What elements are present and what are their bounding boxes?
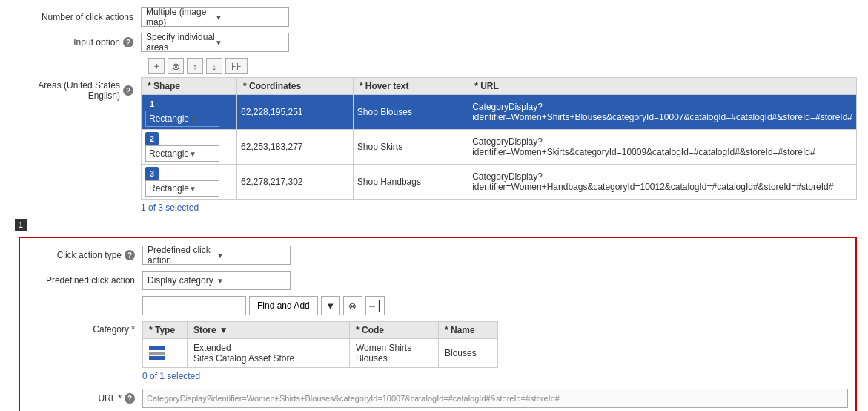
col-hover-text: * Hover text [353, 78, 468, 95]
category-selected-count: 0 of 1 selected [142, 368, 498, 383]
store-sort-icon[interactable]: ▼ [219, 325, 228, 335]
click-action-type-arrow-icon: ▼ [216, 251, 285, 260]
find-link-button[interactable]: →┃ [365, 296, 385, 315]
col-shape: * Shape [142, 78, 237, 95]
click-action-outer: 1 Click action type ? Predefined click a… [15, 219, 857, 411]
table-row[interactable]: 3Rectangle▼62,278,217,302Shop HandbagsCa… [142, 165, 857, 200]
cat-name-cell: Blouses [439, 339, 498, 368]
shape-value: Rectangle [149, 114, 189, 124]
coordinates-cell: 62,253,183,277 [237, 130, 354, 165]
areas-section: Areas (United States English) ? * Shape … [11, 77, 857, 214]
category-table-header: * Type Store ▼ * Code * Name [143, 322, 498, 339]
find-input[interactable] [142, 296, 246, 315]
move-down-button[interactable]: ↓ [206, 58, 222, 74]
url-cell: CategoryDisplay?identifier=Women+Handbag… [468, 165, 857, 200]
areas-label: Areas (United States English) [11, 80, 120, 101]
input-option-label-col: Input option ? [11, 37, 141, 47]
areas-help-icon[interactable]: ? [123, 85, 133, 96]
input-option-select[interactable]: Specify individual areas ▼ [141, 33, 289, 52]
input-option-arrow-icon: ▼ [215, 39, 284, 47]
num-click-actions-arrow-icon: ▼ [215, 13, 284, 22]
table-row[interactable]: 1Rectangle▼62,228,195,251Shop BlousesCat… [142, 95, 857, 130]
coordinates-cell: 62,228,195,251 [237, 95, 354, 130]
predefined-label: Predefined click action [27, 275, 142, 286]
num-click-actions-label: Number of click actions [11, 12, 141, 22]
shape-select[interactable]: Rectangle▼ [145, 180, 219, 197]
areas-table-header: * Shape * Coordinates * Hover text * URL [142, 78, 857, 95]
find-add-button[interactable]: Find and Add [249, 296, 318, 315]
url-row: URL * ? [27, 389, 848, 408]
category-row: Category * * Type Store ▼ [27, 321, 848, 383]
add-area-button[interactable]: ＋ [148, 58, 165, 74]
num-click-actions-row: Number of click actions Multiple (image … [11, 7, 857, 27]
shape-select[interactable]: Rectangle▼ [145, 145, 219, 162]
areas-label-col: Areas (United States English) ? [11, 77, 141, 101]
click-action-type-row: Click action type ? Predefined click act… [27, 246, 848, 265]
areas-toolbar: ＋ ⊗ ↑ ↓ ⊦⊦ [148, 58, 857, 74]
cat-type-cell [143, 339, 188, 368]
move-up-button[interactable]: ↑ [187, 58, 203, 74]
predefined-row: Predefined click action Display category… [27, 271, 848, 290]
shape-arrow-icon: ▼ [189, 185, 216, 193]
click-action-type-label: Click action type ? [27, 250, 142, 260]
shape-select[interactable]: Rectangle▼ [145, 111, 219, 127]
find-add-dropdown-button[interactable]: ▼ [321, 296, 340, 315]
table-row[interactable]: 2Rectangle▼62,253,183,277Shop SkirtsCate… [142, 130, 857, 165]
cat-col-name: * Name [439, 322, 498, 339]
url-label: URL * ? [27, 393, 142, 404]
list-item[interactable]: ExtendedSites Catalog Asset StoreWomen S… [143, 339, 498, 368]
cat-col-type: * Type [143, 322, 188, 339]
predefined-value: Display category [148, 275, 216, 286]
predefined-select[interactable]: Display category ▼ [142, 271, 291, 290]
remove-area-button[interactable]: ⊗ [168, 58, 184, 74]
areas-table: * Shape * Coordinates * Hover text * URL… [141, 77, 857, 200]
category-table-wrapper: * Type Store ▼ * Code * Name [142, 321, 498, 383]
url-cell: CategoryDisplay?identifier=Women+Shirts+… [468, 95, 857, 130]
input-option-row: Input option ? Specify individual areas … [11, 33, 857, 52]
cat-code-cell: Women Shirts Blouses [350, 339, 439, 368]
row-number: 2 [145, 132, 159, 145]
shape-value: Rectangle [149, 183, 189, 194]
section-marker: 1 [15, 219, 27, 231]
input-option-value: Specify individual areas [146, 32, 215, 53]
input-option-label: Input option [73, 37, 120, 47]
col-coordinates: * Coordinates [237, 78, 354, 95]
find-remove-button[interactable]: ⊗ [343, 296, 362, 315]
shape-arrow-icon: ▼ [189, 150, 216, 158]
category-label: Category * [27, 321, 142, 335]
hover-text-cell: Shop Skirts [353, 130, 468, 165]
input-option-help-icon[interactable]: ? [123, 37, 133, 47]
url-cell: CategoryDisplay?identifier=Women+Skirts&… [468, 130, 857, 165]
url-help-icon[interactable]: ? [125, 393, 135, 404]
hover-text-cell: Shop Blouses [353, 95, 468, 130]
click-action-type-value: Predefined click action [148, 245, 216, 266]
num-click-actions-select[interactable]: Multiple (image map) ▼ [141, 7, 289, 27]
areas-table-wrapper: * Shape * Coordinates * Hover text * URL… [141, 77, 857, 214]
main-container: Number of click actions Multiple (image … [0, 0, 868, 411]
click-action-type-help-icon[interactable]: ? [125, 250, 135, 260]
click-action-type-select[interactable]: Predefined click action ▼ [142, 246, 291, 265]
cat-store-cell: ExtendedSites Catalog Asset Store [188, 339, 350, 368]
grid-view-button[interactable]: ⊦⊦ [225, 58, 248, 74]
shape-value: Rectangle [149, 148, 189, 159]
coordinates-cell: 62,278,217,302 [237, 165, 354, 200]
areas-selected-count: 1 of 3 selected [141, 200, 857, 214]
cat-col-store: Store ▼ [188, 322, 350, 339]
category-table: * Type Store ▼ * Code * Name [142, 321, 498, 368]
catalog-type-icon [149, 346, 165, 360]
cat-col-code: * Code [350, 322, 439, 339]
predefined-arrow-icon: ▼ [216, 277, 285, 285]
find-add-row: Find and Add ▼ ⊗ →┃ [142, 296, 848, 315]
click-action-section: Click action type ? Predefined click act… [19, 237, 857, 411]
num-click-actions-value: Multiple (image map) [146, 7, 215, 27]
url-input[interactable] [142, 389, 848, 408]
hover-text-cell: Shop Handbags [353, 165, 468, 200]
col-url: * URL [468, 78, 857, 95]
shape-arrow-icon: ▼ [189, 115, 216, 123]
row-number: 3 [145, 167, 159, 180]
row-number: 1 [145, 97, 159, 111]
